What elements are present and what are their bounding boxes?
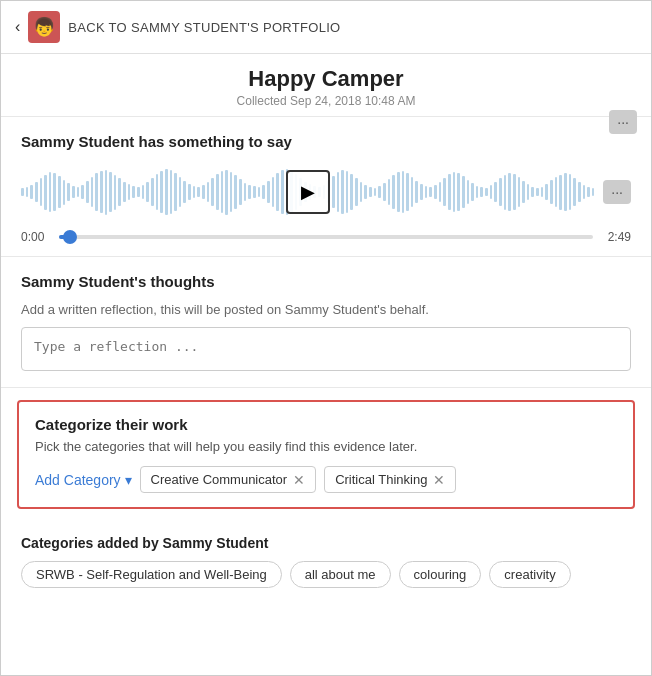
thoughts-title: Sammy Student's thoughts <box>21 273 631 290</box>
waveform-bar <box>179 177 182 207</box>
progress-knob[interactable] <box>63 230 77 244</box>
waveform-bar <box>40 178 43 206</box>
waveform-bar <box>225 170 228 215</box>
artifact-title: Happy Camper <box>21 66 631 92</box>
waveform-bar <box>202 185 205 199</box>
play-button[interactable]: ▶ <box>286 170 330 214</box>
waveform-bar <box>545 184 548 200</box>
waveform-bar <box>578 182 581 202</box>
waveform-bar <box>30 185 33 199</box>
waveform-bar <box>443 178 446 206</box>
waveform-bar <box>522 181 525 203</box>
time-end: 2:49 <box>601 230 631 244</box>
back-button[interactable]: ‹ 👦 BACK TO SAMMY STUDENT'S PORTFOLIO <box>15 11 341 43</box>
waveform-bar <box>508 173 511 211</box>
categorize-section: Categorize their work Pick the categorie… <box>17 400 635 509</box>
waveform-bar <box>485 188 488 196</box>
waveform-bar <box>369 187 372 197</box>
audio-more-button[interactable]: ··· <box>603 180 631 204</box>
waveform-bar <box>118 178 121 206</box>
waveform-bar <box>132 186 135 198</box>
waveform-bar <box>434 185 437 199</box>
reflection-input[interactable] <box>21 327 631 371</box>
waveform-bar <box>425 186 428 198</box>
waveform-bar <box>494 182 497 202</box>
waveform-bar <box>253 186 256 198</box>
waveform-bar <box>467 180 470 204</box>
waveform-bar <box>44 175 47 210</box>
categorize-title: Categorize their work <box>35 416 617 433</box>
waveform-bar <box>183 181 186 203</box>
waveform-bar <box>170 170 173 214</box>
waveform-bar <box>151 178 154 206</box>
remove-critical-thinking-button[interactable]: ✕ <box>433 473 445 487</box>
waveform-bar <box>355 178 358 206</box>
avatar-emoji: 👦 <box>33 16 55 38</box>
student-tag: creativity <box>489 561 570 588</box>
waveform-bar <box>77 187 80 197</box>
audio-section-title: Sammy Student has something to say <box>21 133 631 150</box>
progress-bar-track[interactable] <box>59 235 593 239</box>
waveform-bar <box>480 187 483 197</box>
waveform-bar <box>564 173 567 211</box>
waveform-bar <box>165 169 168 215</box>
waveform-bar <box>471 183 474 201</box>
category-tag-critical: Critical Thinking ✕ <box>324 466 456 493</box>
waveform-bar <box>383 183 386 201</box>
waveform-bar <box>216 174 219 210</box>
waveform-bar <box>462 176 465 208</box>
waveform-bar <box>188 184 191 200</box>
student-tag: colouring <box>399 561 482 588</box>
waveform-bar <box>397 172 400 212</box>
waveform-bar <box>439 182 442 202</box>
top-navigation: ‹ 👦 BACK TO SAMMY STUDENT'S PORTFOLIO <box>1 1 651 54</box>
time-start: 0:00 <box>21 230 51 244</box>
waveform-bar <box>63 180 66 205</box>
student-categories-section: Categories added by Sammy Student SRWB -… <box>1 521 651 602</box>
student-tag: SRWB - Self-Regulation and Well-Being <box>21 561 282 588</box>
artifact-menu-button[interactable]: ··· <box>609 110 637 134</box>
waveform-bar <box>350 174 353 210</box>
waveform-bar <box>513 174 516 210</box>
waveform-bar <box>406 173 409 211</box>
waveform-bar <box>550 180 553 204</box>
student-categories-title: Categories added by Sammy Student <box>21 535 631 551</box>
waveform-bar <box>448 174 451 210</box>
waveform-bar <box>100 171 103 213</box>
waveform-bar <box>230 172 233 212</box>
waveform-bar <box>531 187 534 197</box>
waveform-bar <box>86 181 89 203</box>
waveform-bar <box>429 187 432 197</box>
add-category-button[interactable]: Add Category ▾ <box>35 472 132 488</box>
waveform-bar <box>504 175 507 210</box>
waveform-bar <box>592 188 595 196</box>
waveform-bar <box>388 179 391 205</box>
waveform-bar <box>392 175 395 209</box>
back-chevron-icon: ‹ <box>15 18 20 36</box>
waveform-bar <box>81 185 84 199</box>
waveform-bar <box>415 181 418 203</box>
waveform-bar <box>541 187 544 197</box>
remove-creative-communicator-button[interactable]: ✕ <box>293 473 305 487</box>
waveform-bar <box>402 171 405 213</box>
waveform-bar <box>197 187 200 197</box>
waveform-bar <box>457 173 460 211</box>
artifact-header: Happy Camper Collected Sep 24, 2018 10:4… <box>1 54 651 117</box>
waveform-bar <box>499 178 502 206</box>
waveform-bar <box>21 188 24 196</box>
waveform-bar <box>559 175 562 210</box>
category-row: Add Category ▾ Creative Communicator ✕ C… <box>35 466 617 493</box>
waveform-bar <box>156 174 159 210</box>
waveform-bar <box>341 170 344 214</box>
waveform-bar <box>374 188 377 196</box>
add-category-label: Add Category <box>35 472 121 488</box>
audio-timeline: 0:00 2:49 <box>21 230 631 244</box>
audio-player: ▶ ··· 0:00 2:49 <box>21 162 631 244</box>
waveform-bar <box>174 173 177 211</box>
waveform-bar <box>160 171 163 213</box>
waveform-bar <box>411 177 414 207</box>
waveform-bar <box>332 176 335 208</box>
waveform-bar <box>109 172 112 212</box>
waveform-bar <box>346 171 349 213</box>
waveform-bar <box>262 185 265 199</box>
